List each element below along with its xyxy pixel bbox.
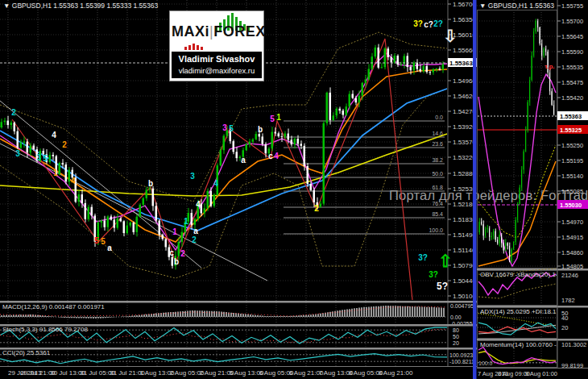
- chart-canvas[interactable]: 0.014.623.638.250.061.876.485.4100.01.56…: [0, 0, 588, 379]
- svg-text:5: 5: [101, 237, 106, 246]
- svg-text:1.55140: 1.55140: [561, 173, 583, 180]
- svg-text:3: 3: [36, 153, 41, 162]
- svg-text:b: b: [174, 257, 179, 266]
- svg-text:9 Aug 01:00: 9 Aug 01:00: [525, 370, 557, 377]
- svg-text:⇩: ⇩: [443, 27, 458, 45]
- svg-text:5: 5: [270, 115, 275, 123]
- svg-text:20: 20: [453, 340, 459, 346]
- svg-text:4: 4: [71, 177, 76, 185]
- svg-text:100.0: 100.0: [478, 360, 493, 366]
- logo-owner-block: Vladimir Sivashov vladimir@maxiforex.ru: [172, 52, 262, 78]
- logo-brand-maxi: MAXi: [172, 23, 209, 40]
- svg-text:2?: 2?: [433, 19, 443, 28]
- svg-text:0.004795: 0.004795: [450, 303, 474, 309]
- svg-text:c: c: [169, 248, 174, 257]
- svg-text:3: 3: [190, 172, 195, 181]
- adx-indicator-label: ADX(14) 25.0295 +DI:18.1750 -DI:11.6407: [480, 308, 557, 315]
- svg-text:1.55420: 1.55420: [561, 94, 583, 102]
- right-price-scale: 1.557551.557001.556451.555901.555351.554…: [557, 0, 588, 369]
- svg-text:50: 50: [453, 334, 459, 339]
- svg-text:1.55085: 1.55085: [561, 188, 583, 195]
- svg-text:4: 4: [274, 152, 279, 160]
- logo-brand-forex: FOREX: [213, 23, 266, 40]
- cci-pane: [0, 354, 447, 364]
- svg-text:38.2: 38.2: [432, 157, 443, 163]
- svg-text:3?: 3?: [418, 253, 428, 262]
- svg-text:1782: 1782: [561, 297, 575, 304]
- svg-text:1: 1: [172, 227, 177, 236]
- svg-text:-100.8211: -100.8211: [449, 359, 474, 364]
- svg-text:1: 1: [53, 169, 58, 177]
- svg-text:1.54805: 1.54805: [561, 263, 583, 270]
- svg-text:1.55755: 1.55755: [561, 2, 583, 10]
- svg-text:1.55195: 1.55195: [561, 157, 583, 165]
- logo-owner-email: vladimir@maxiforex.ru: [172, 66, 261, 75]
- svg-text:4: 4: [52, 131, 56, 140]
- svg-text:100.0923: 100.0923: [449, 352, 473, 358]
- svg-text:1.55535: 1.55535: [561, 64, 583, 71]
- app-window: Портал для трейдеров: ForTrader.ru 0.014…: [0, 0, 588, 379]
- cci-indicator-label: CCI(20) 25.5361: [2, 349, 50, 356]
- svg-text:4: 4: [196, 200, 201, 209]
- svg-text:0.00: 0.00: [450, 314, 462, 320]
- svg-text:1.55325: 1.55325: [560, 127, 582, 134]
- svg-text:21246: 21246: [561, 272, 578, 279]
- right-panel-chart: [478, 10, 558, 269]
- svg-text:99.8199: 99.8199: [561, 362, 583, 369]
- svg-text:20: 20: [561, 324, 568, 331]
- svg-text:a: a: [193, 227, 198, 235]
- svg-text:1.54970: 1.54970: [561, 219, 583, 226]
- svg-text:2: 2: [192, 235, 197, 244]
- svg-text:23.6: 23.6: [432, 141, 443, 147]
- svg-text:2: 2: [314, 204, 319, 213]
- svg-text:3: 3: [222, 123, 227, 132]
- momentum-indicator-label: Momentum(14) 100.0760 -sMA(5) 100.1599: [480, 341, 557, 348]
- stoch-indicator-label: Stoch(5,3,3) 91.8566 79.2708: [2, 326, 88, 333]
- svg-text:b: b: [148, 179, 153, 188]
- svg-text:4: 4: [213, 179, 218, 188]
- svg-text:5: 5: [43, 154, 48, 163]
- svg-text:b: b: [258, 125, 263, 134]
- svg-text:1.55475: 1.55475: [561, 79, 583, 86]
- obv-indicator-label: OBV 16679 -sBands(20) 14119: [480, 271, 557, 278]
- logo-owner-name: Vladimir Sivashov: [172, 54, 261, 64]
- svg-text:1.55363: 1.55363: [560, 113, 582, 120]
- logo-red-bars-icon: [184, 44, 209, 50]
- logo-brand: MAXi|FOREX: [172, 23, 262, 40]
- svg-text:1.55590: 1.55590: [561, 48, 583, 56]
- svg-text:a: a: [241, 156, 246, 165]
- svg-text:2: 2: [11, 108, 16, 117]
- svg-text:1.55700: 1.55700: [561, 18, 583, 25]
- svg-text:5: 5: [229, 124, 234, 133]
- svg-text:80: 80: [453, 327, 459, 333]
- svg-text:2: 2: [180, 249, 185, 258]
- trade-note-label: т.р.: [545, 63, 555, 70]
- svg-text:3?: 3?: [429, 270, 438, 279]
- svg-text:1.54915: 1.54915: [561, 234, 583, 241]
- svg-text:5?: 5?: [437, 281, 448, 292]
- svg-text:2: 2: [62, 140, 67, 149]
- svg-text:c: c: [268, 152, 273, 160]
- svg-text:1: 1: [184, 217, 188, 226]
- svg-text:1.55250: 1.55250: [561, 142, 583, 149]
- svg-text:40: 40: [561, 314, 568, 322]
- svg-text:a: a: [107, 244, 112, 252]
- svg-text:3: 3: [15, 149, 20, 158]
- svg-text:76.4: 76.4: [432, 201, 443, 206]
- svg-text:1.54860: 1.54860: [561, 249, 583, 256]
- svg-text:⇧: ⇧: [438, 252, 453, 270]
- main-chart-title: ▼ GBPUSD,H1 1.55363 1.55399 1.55333 1.55…: [3, 2, 245, 10]
- svg-text:61.8: 61.8: [432, 185, 443, 190]
- svg-text:3?: 3?: [413, 19, 423, 28]
- main-time-axis: 29 Jul 201329 Jul 21:0030 Jul 13:0031 Ju…: [8, 369, 413, 377]
- maxiforex-logo: MAXi|FOREX Vladimir Sivashov vladimir@ma…: [169, 10, 264, 81]
- svg-text:1.55363: 1.55363: [449, 60, 473, 67]
- svg-text:8 Aug 21:00: 8 Aug 21:00: [379, 369, 413, 377]
- svg-text:1.55645: 1.55645: [561, 33, 583, 40]
- svg-text:1.51140: 1.51140: [453, 247, 476, 254]
- svg-text:1: 1: [276, 113, 281, 122]
- svg-text:0.0: 0.0: [435, 115, 443, 120]
- svg-text:50.0: 50.0: [432, 171, 443, 177]
- svg-text:1.55030: 1.55030: [560, 202, 582, 209]
- svg-text:100.0: 100.0: [429, 227, 443, 233]
